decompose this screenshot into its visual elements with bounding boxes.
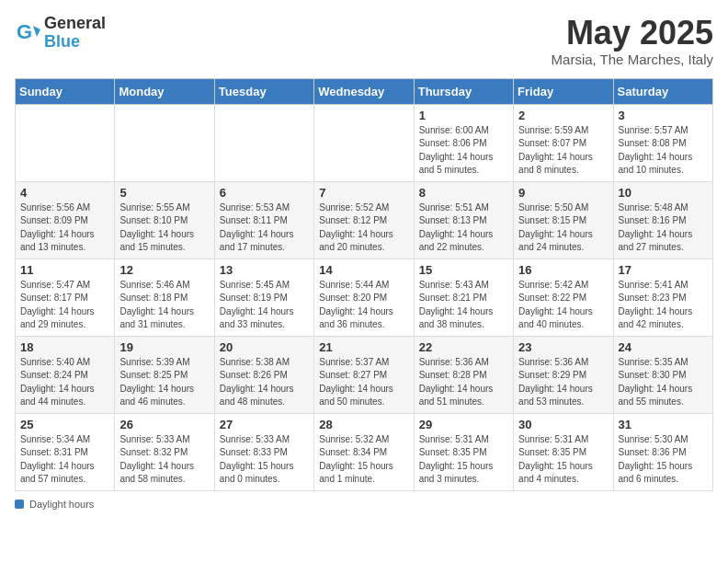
day-info: Sunrise: 5:43 AM Sunset: 8:21 PM Dayligh… [419,279,508,332]
page-header: G General Blue May 2025 Marsia, The Marc… [15,15,713,67]
title-block: May 2025 Marsia, The Marches, Italy [552,15,713,67]
day-number: 24 [619,340,708,354]
logo: G General Blue [15,15,106,52]
calendar-cell: 29Sunrise: 5:31 AM Sunset: 8:35 PM Dayli… [414,413,513,490]
calendar-cell: 19Sunrise: 5:39 AM Sunset: 8:25 PM Dayli… [115,336,214,413]
day-number: 2 [518,109,608,122]
day-info: Sunrise: 5:32 AM Sunset: 8:34 PM Dayligh… [319,433,408,487]
footer: Daylight hours [15,499,713,510]
month-title: May 2025 [552,15,713,52]
day-number: 17 [619,263,708,277]
calendar-cell: 18Sunrise: 5:40 AM Sunset: 8:24 PM Dayli… [16,336,115,413]
calendar-table: SundayMondayTuesdayWednesdayThursdayFrid… [15,78,713,491]
calendar-cell: 12Sunrise: 5:46 AM Sunset: 8:18 PM Dayli… [115,259,214,336]
day-number: 22 [419,340,508,354]
calendar-cell: 25Sunrise: 5:34 AM Sunset: 8:31 PM Dayli… [16,413,115,490]
day-number: 15 [419,263,508,277]
calendar-week-row: 25Sunrise: 5:34 AM Sunset: 8:31 PM Dayli… [16,413,713,490]
day-info: Sunrise: 5:41 AM Sunset: 8:23 PM Dayligh… [619,279,708,332]
calendar-cell: 5Sunrise: 5:55 AM Sunset: 8:10 PM Daylig… [115,181,214,259]
day-info: Sunrise: 5:39 AM Sunset: 8:25 PM Dayligh… [119,356,209,409]
calendar-cell [314,104,414,181]
calendar-cell: 11Sunrise: 5:47 AM Sunset: 8:17 PM Dayli… [16,259,115,336]
calendar-cell: 22Sunrise: 5:36 AM Sunset: 8:28 PM Dayli… [414,336,513,413]
calendar-cell: 1Sunrise: 6:00 AM Sunset: 8:06 PM Daylig… [414,104,513,181]
day-info: Sunrise: 5:55 AM Sunset: 8:10 PM Dayligh… [119,201,209,255]
calendar-cell: 17Sunrise: 5:41 AM Sunset: 8:23 PM Dayli… [613,259,712,336]
day-number: 9 [518,186,608,200]
calendar-week-row: 18Sunrise: 5:40 AM Sunset: 8:24 PM Dayli… [16,336,713,413]
logo-general-text: General [44,14,106,32]
day-info: Sunrise: 5:44 AM Sunset: 8:20 PM Dayligh… [319,279,408,332]
day-number: 7 [319,186,408,200]
day-number: 18 [20,340,109,354]
logo-blue-text: Blue [44,32,80,51]
day-info: Sunrise: 5:56 AM Sunset: 8:09 PM Dayligh… [20,201,109,255]
day-number: 28 [319,418,408,431]
day-number: 26 [119,418,209,431]
weekday-header: Thursday [414,78,513,104]
calendar-cell [214,104,313,181]
calendar-cell: 20Sunrise: 5:38 AM Sunset: 8:26 PM Dayli… [214,336,313,413]
calendar-week-row: 4Sunrise: 5:56 AM Sunset: 8:09 PM Daylig… [16,181,713,259]
calendar-cell: 9Sunrise: 5:50 AM Sunset: 8:15 PM Daylig… [514,181,613,259]
day-number: 27 [220,418,309,431]
day-number: 25 [20,418,109,431]
calendar-cell: 4Sunrise: 5:56 AM Sunset: 8:09 PM Daylig… [16,181,115,259]
calendar-cell [16,104,115,181]
day-info: Sunrise: 6:00 AM Sunset: 8:06 PM Dayligh… [419,124,508,178]
day-info: Sunrise: 5:52 AM Sunset: 8:12 PM Dayligh… [319,201,408,255]
weekday-header: Monday [115,78,214,104]
logo-icon: G [15,20,40,46]
footer-label: Daylight hours [29,499,94,510]
calendar-cell: 14Sunrise: 5:44 AM Sunset: 8:20 PM Dayli… [314,259,414,336]
day-number: 30 [518,418,608,431]
calendar-cell: 15Sunrise: 5:43 AM Sunset: 8:21 PM Dayli… [414,259,513,336]
day-number: 31 [619,418,708,431]
calendar-cell: 7Sunrise: 5:52 AM Sunset: 8:12 PM Daylig… [314,181,414,259]
day-info: Sunrise: 5:47 AM Sunset: 8:17 PM Dayligh… [20,279,109,332]
calendar-cell: 2Sunrise: 5:59 AM Sunset: 8:07 PM Daylig… [514,104,613,181]
day-number: 11 [20,263,109,277]
calendar-cell: 3Sunrise: 5:57 AM Sunset: 8:08 PM Daylig… [613,104,712,181]
weekday-header-row: SundayMondayTuesdayWednesdayThursdayFrid… [16,78,713,104]
day-number: 16 [518,263,608,277]
calendar-cell: 24Sunrise: 5:35 AM Sunset: 8:30 PM Dayli… [613,336,712,413]
day-info: Sunrise: 5:34 AM Sunset: 8:31 PM Dayligh… [20,433,109,487]
day-number: 29 [419,418,508,431]
calendar-cell: 26Sunrise: 5:33 AM Sunset: 8:32 PM Dayli… [115,413,214,490]
weekday-header: Tuesday [214,78,313,104]
weekday-header: Friday [514,78,613,104]
day-info: Sunrise: 5:38 AM Sunset: 8:26 PM Dayligh… [220,356,309,409]
day-number: 23 [518,340,608,354]
calendar-cell: 16Sunrise: 5:42 AM Sunset: 8:22 PM Dayli… [514,259,613,336]
calendar-cell: 10Sunrise: 5:48 AM Sunset: 8:16 PM Dayli… [613,181,712,259]
day-info: Sunrise: 5:45 AM Sunset: 8:19 PM Dayligh… [220,279,309,332]
day-number: 21 [319,340,408,354]
day-info: Sunrise: 5:31 AM Sunset: 8:35 PM Dayligh… [518,433,608,487]
calendar-cell: 6Sunrise: 5:53 AM Sunset: 8:11 PM Daylig… [214,181,313,259]
calendar-cell: 31Sunrise: 5:30 AM Sunset: 8:36 PM Dayli… [613,413,712,490]
day-number: 13 [220,263,309,277]
footer-dot [15,500,24,509]
calendar-cell: 13Sunrise: 5:45 AM Sunset: 8:19 PM Dayli… [214,259,313,336]
day-info: Sunrise: 5:57 AM Sunset: 8:08 PM Dayligh… [619,124,708,178]
day-info: Sunrise: 5:37 AM Sunset: 8:27 PM Dayligh… [319,356,408,409]
day-number: 14 [319,263,408,277]
calendar-week-row: 1Sunrise: 6:00 AM Sunset: 8:06 PM Daylig… [16,104,713,181]
day-info: Sunrise: 5:48 AM Sunset: 8:16 PM Dayligh… [619,201,708,255]
day-info: Sunrise: 5:46 AM Sunset: 8:18 PM Dayligh… [119,279,209,332]
calendar-week-row: 11Sunrise: 5:47 AM Sunset: 8:17 PM Dayli… [16,259,713,336]
day-info: Sunrise: 5:59 AM Sunset: 8:07 PM Dayligh… [518,124,608,178]
calendar-cell: 23Sunrise: 5:36 AM Sunset: 8:29 PM Dayli… [514,336,613,413]
weekday-header: Saturday [613,78,712,104]
calendar-cell: 27Sunrise: 5:33 AM Sunset: 8:33 PM Dayli… [214,413,313,490]
day-number: 12 [119,263,209,277]
day-number: 10 [619,186,708,200]
calendar-cell [115,104,214,181]
day-number: 1 [419,109,508,122]
day-info: Sunrise: 5:50 AM Sunset: 8:15 PM Dayligh… [518,201,608,255]
day-info: Sunrise: 5:33 AM Sunset: 8:33 PM Dayligh… [220,433,309,487]
location-subtitle: Marsia, The Marches, Italy [552,52,713,67]
calendar-cell: 8Sunrise: 5:51 AM Sunset: 8:13 PM Daylig… [414,181,513,259]
